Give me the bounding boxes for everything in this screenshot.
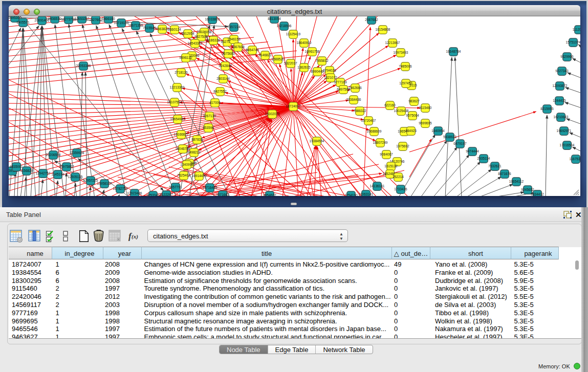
svg-text:16543382: 16543382 [188,41,203,45]
svg-text:20975867: 20975867 [59,165,74,168]
svg-text:1145194: 1145194 [52,172,64,176]
svg-text:1167537: 1167537 [570,157,580,161]
svg-text:7515546: 7515546 [143,26,156,30]
svg-text:9227343: 9227343 [555,69,569,73]
svg-text:19302075: 19302075 [265,112,280,116]
svg-text:1640954: 1640954 [431,129,445,133]
svg-text:15720407: 15720407 [361,119,376,122]
svg-text:1297453: 1297453 [399,81,412,85]
svg-text:8554602: 8554602 [263,193,276,196]
svg-text:19218596: 19218596 [277,24,292,28]
svg-text:6497568: 6497568 [337,87,350,91]
svg-text:9834412: 9834412 [531,192,544,196]
svg-text:1405571: 1405571 [16,20,30,24]
svg-text:8215955: 8215955 [540,107,554,111]
svg-text:20691406: 20691406 [35,18,50,22]
svg-text:18724007: 18724007 [286,104,301,108]
svg-text:9896132: 9896132 [179,56,192,59]
svg-text:9575064: 9575064 [406,114,419,117]
svg-text:9242848: 9242848 [219,64,232,68]
svg-text:17016504: 17016504 [560,143,575,147]
svg-text:1156829: 1156829 [20,169,33,172]
svg-text:1244415: 1244415 [553,99,566,102]
svg-text:16914479: 16914479 [192,174,207,178]
svg-text:18640910: 18640910 [297,41,312,45]
svg-text:16033809: 16033809 [205,17,220,21]
svg-text:15751074: 15751074 [566,40,580,44]
svg-text:8990448: 8990448 [311,70,324,73]
svg-text:9115460: 9115460 [419,106,432,110]
svg-text:1835061: 1835061 [10,165,23,168]
svg-text:10958107: 10958107 [97,182,112,185]
svg-text:9660124: 9660124 [168,28,181,31]
svg-text:2803144: 2803144 [216,77,230,80]
svg-text:1615132: 1615132 [384,164,398,168]
svg-text:7485006: 7485006 [399,64,412,68]
svg-text:2367608: 2367608 [231,45,245,49]
svg-text:19166827: 19166827 [174,133,189,136]
svg-text:17359928: 17359928 [70,151,84,155]
svg-text:19654983: 19654983 [170,117,185,121]
svg-text:2935114: 2935114 [477,157,490,160]
svg-text:10973493: 10973493 [394,51,408,54]
svg-text:9657791: 9657791 [169,185,182,189]
svg-text:20053346: 20053346 [76,64,91,68]
svg-text:1733426: 1733426 [394,187,407,191]
svg-text:12942757: 12942757 [36,171,51,175]
svg-text:16671355: 16671355 [128,24,143,27]
svg-text:9699695: 9699695 [419,121,432,125]
svg-text:2718126: 2718126 [175,71,188,74]
svg-text:10653287: 10653287 [75,17,90,20]
svg-text:16154808: 16154808 [376,28,390,31]
svg-text:11325419: 11325419 [286,32,301,36]
svg-text:10719155: 10719155 [114,21,129,25]
svg-text:16961758: 16961758 [305,50,320,53]
svg-text:7754190: 7754190 [344,193,358,196]
svg-text:1340998: 1340998 [180,163,193,166]
svg-text:8186328: 8186328 [207,38,220,42]
svg-text:252214: 252214 [393,175,404,179]
svg-text:20206558: 20206558 [46,153,61,157]
svg-text:5938923: 5938923 [443,135,456,139]
svg-text:9498222: 9498222 [187,150,201,154]
svg-text:16107554: 16107554 [167,100,182,104]
svg-text:6466160: 6466160 [102,17,115,20]
svg-text:1546153: 1546153 [227,37,241,41]
svg-text:12213967: 12213967 [385,41,400,45]
svg-text:20364436: 20364436 [346,98,361,101]
svg-text:(x): (x) [132,233,138,240]
svg-text:9329966: 9329966 [560,55,574,58]
svg-text:8454749: 8454749 [246,48,259,52]
svg-text:12505135: 12505135 [68,175,83,179]
svg-text:7632621: 7632621 [488,164,502,168]
svg-text:10046788: 10046788 [176,147,190,150]
svg-text:3267130: 3267130 [203,114,216,118]
svg-text:6479197: 6479197 [453,142,467,145]
svg-text:5322037: 5322037 [284,61,297,65]
svg-text:7955812: 7955812 [315,59,329,62]
svg-text:887833: 887833 [191,138,203,141]
svg-text:10654112: 10654112 [509,180,524,183]
svg-text:10025438: 10025438 [394,109,409,113]
svg-text:1527602: 1527602 [89,18,102,21]
svg-text:7663822: 7663822 [156,27,169,31]
svg-text:18807249: 18807249 [373,141,388,144]
svg-text:984923: 984923 [405,129,417,133]
svg-text:19384554: 19384554 [310,139,324,143]
svg-text:9071663: 9071663 [216,193,229,196]
svg-text:10688609: 10688609 [367,129,382,133]
svg-text:3675685: 3675685 [222,52,235,55]
svg-text:8471676: 8471676 [498,172,511,176]
svg-text:16648784: 16648784 [446,50,461,53]
svg-text:9936530: 9936530 [48,17,61,20]
svg-text:1975692: 1975692 [396,144,409,148]
svg-text:417006: 417006 [209,101,221,104]
svg-text:853594: 853594 [203,126,214,129]
svg-text:7357224: 7357224 [227,25,241,29]
svg-text:8122297: 8122297 [160,193,173,196]
svg-text:1362615: 1362615 [297,65,311,69]
svg-text:7462666: 7462666 [349,86,362,90]
svg-text:8427552: 8427552 [213,90,227,93]
svg-text:15716485: 15716485 [203,186,217,189]
svg-text:8813054: 8813054 [268,17,281,20]
